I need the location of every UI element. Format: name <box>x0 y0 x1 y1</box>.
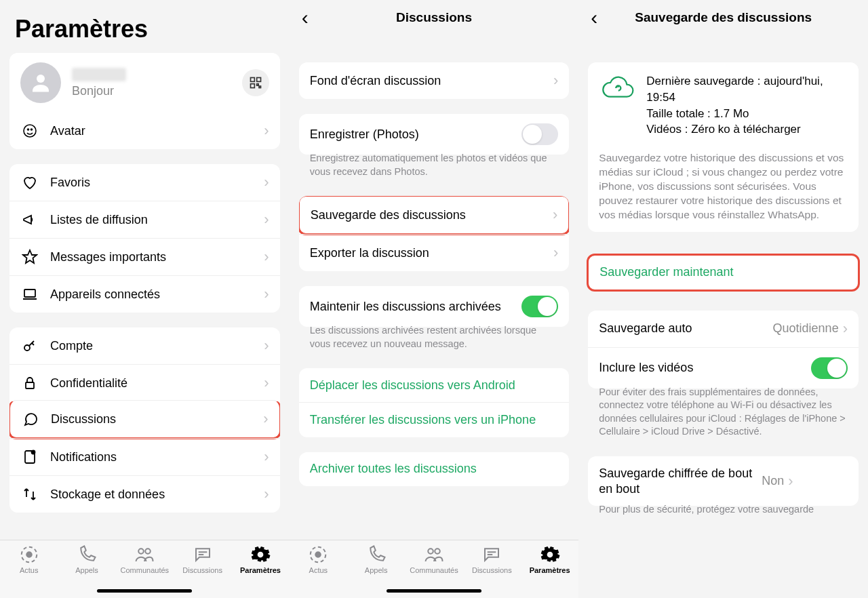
keep-archived-toggle[interactable] <box>521 296 558 317</box>
move-android-label: Déplacer les discussions vers Android <box>310 378 559 393</box>
backup-now-row[interactable]: Sauvegarder maintenant <box>589 256 858 290</box>
save-photos-card: Enregistrer (Photos) <box>299 114 570 155</box>
favorites-row[interactable]: Favoris › <box>9 164 280 201</box>
back-button[interactable]: ‹ <box>302 6 309 29</box>
chats-icon <box>193 544 213 565</box>
archive-all-row[interactable]: Archiver toutes les discussions <box>299 452 570 486</box>
svg-rect-1 <box>250 78 254 82</box>
people-icon <box>134 544 155 565</box>
back-button[interactable]: ‹ <box>591 6 597 29</box>
svg-point-6 <box>24 125 36 137</box>
chevron-right-icon: › <box>264 248 269 266</box>
account-label: Compte <box>50 339 264 353</box>
chevron-right-icon: › <box>788 473 793 490</box>
backup-export-card: Sauvegarde des discussions › Exporter la… <box>299 196 570 271</box>
tab-actus[interactable]: Actus <box>0 544 58 598</box>
include-videos-label: Inclure les vidéos <box>599 361 811 375</box>
export-chat-row[interactable]: Exporter la discussion › <box>299 234 570 271</box>
tab-actus[interactable]: Actus <box>290 544 347 598</box>
qr-code-icon <box>249 76 262 89</box>
starred-row[interactable]: Messages importants › <box>9 238 280 275</box>
backup-now-card: Sauvegarder maintenant <box>587 254 860 292</box>
archive-all-label: Archiver toutes les discussions <box>310 462 559 476</box>
favorites-label: Favoris <box>50 176 264 190</box>
avatar-placeholder-icon <box>20 62 61 103</box>
avatar-label: Avatar <box>50 124 264 138</box>
transfer-iphone-row[interactable]: Transférer les discussions vers un iPhon… <box>299 402 570 437</box>
gear-icon <box>250 544 271 565</box>
chat-backup-row[interactable]: Sauvegarde des discussions › <box>299 196 570 235</box>
tab-settings[interactable]: Paramètres <box>231 544 289 598</box>
keep-archived-row[interactable]: Maintenir les discussions archivées <box>299 286 570 327</box>
notifications-row[interactable]: Notifications › <box>9 438 280 475</box>
svg-point-13 <box>32 451 35 454</box>
tab-label: Communautés <box>410 566 458 574</box>
cloud-upload-icon <box>599 73 635 138</box>
save-photos-label: Enregistrer (Photos) <box>310 127 522 142</box>
save-photos-row[interactable]: Enregistrer (Photos) <box>299 114 570 155</box>
tab-label: Discussions <box>182 566 222 574</box>
auto-backup-row[interactable]: Sauvegarde auto Quotidienne › <box>588 311 859 347</box>
tab-settings[interactable]: Paramètres <box>521 544 578 598</box>
megaphone-icon <box>20 212 39 228</box>
backup-info-card: Dernière sauvegarde : aujourd'hui, 19:54… <box>588 62 859 232</box>
svg-rect-5 <box>259 86 261 88</box>
screen-chats: ‹ Discussions Fond d'écran discussion › … <box>290 0 579 598</box>
page-title: Paramètres <box>9 0 280 53</box>
include-videos-toggle[interactable] <box>811 357 848 379</box>
people-icon <box>424 544 444 565</box>
profile-row[interactable]: Bonjour <box>9 53 280 113</box>
privacy-row[interactable]: Confidentialité › <box>9 364 280 401</box>
chats-row[interactable]: Discussions › <box>9 400 280 439</box>
auto-backup-card: Sauvegarde auto Quotidienne › Inclure le… <box>588 311 859 388</box>
total-size-line: Taille totale : 1.7 Mo <box>646 106 848 122</box>
svg-point-7 <box>28 129 29 130</box>
avatar-row[interactable]: Avatar › <box>9 113 280 149</box>
backup-description: Sauvegardez votre historique des discuss… <box>588 148 859 232</box>
storage-label: Stockage et données <box>50 487 264 502</box>
keep-archived-card: Maintenir les discussions archivées <box>299 286 570 327</box>
svg-point-17 <box>146 549 151 554</box>
move-android-row[interactable]: Déplacer les discussions vers Android <box>299 368 570 402</box>
chat-bubble-icon <box>21 411 40 427</box>
chevron-right-icon: › <box>264 485 269 503</box>
header-title: Discussions <box>396 10 472 25</box>
key-icon <box>20 338 39 354</box>
svg-rect-11 <box>26 382 34 388</box>
e2e-label: Sauvegarde chiffrée de bout en bout <box>599 466 762 496</box>
laptop-icon <box>20 286 39 302</box>
tab-label: Appels <box>75 566 98 574</box>
star-icon <box>20 249 39 265</box>
wifi-note: Pour éviter des frais supplémentaires de… <box>588 386 859 444</box>
e2e-backup-row[interactable]: Sauvegarde chiffrée de bout en bout Non … <box>588 456 859 506</box>
last-backup-line: Dernière sauvegarde : aujourd'hui, 19:54 <box>646 73 848 106</box>
profile-text: Bonjour <box>72 68 126 98</box>
chevron-right-icon: › <box>264 122 269 140</box>
status-icon <box>19 544 39 565</box>
save-photos-toggle[interactable] <box>521 123 558 145</box>
storage-row[interactable]: Stockage et données › <box>9 475 280 513</box>
settings-group-2: Compte › Confidentialité › Discussions ›… <box>9 327 280 513</box>
chevron-right-icon: › <box>553 72 558 89</box>
chats-label: Discussions <box>51 412 263 426</box>
phone-icon <box>366 544 387 565</box>
heart-icon <box>20 174 39 191</box>
wallpaper-label: Fond d'écran discussion <box>310 74 553 88</box>
tab-label: Discussions <box>472 566 512 574</box>
linked-devices-row[interactable]: Appareils connectés › <box>9 275 280 313</box>
include-videos-row[interactable]: Inclure les vidéos <box>588 347 859 388</box>
starred-label: Messages importants <box>50 250 264 264</box>
tab-bar: Actus Appels Communautés Discussions Par… <box>0 540 290 598</box>
broadcast-row[interactable]: Listes de diffusion › <box>9 201 280 238</box>
lock-icon <box>20 375 39 391</box>
gear-icon <box>540 544 560 565</box>
qr-code-button[interactable] <box>242 69 269 96</box>
avatar-icon <box>20 123 39 139</box>
keep-archived-label: Maintenir les discussions archivées <box>310 299 522 315</box>
tab-label: Communautés <box>121 566 170 574</box>
notifications-label: Notifications <box>50 450 264 464</box>
header: ‹ Discussions <box>290 0 579 35</box>
wallpaper-row[interactable]: Fond d'écran discussion › <box>299 62 570 99</box>
svg-point-10 <box>24 345 30 351</box>
account-row[interactable]: Compte › <box>9 327 280 364</box>
